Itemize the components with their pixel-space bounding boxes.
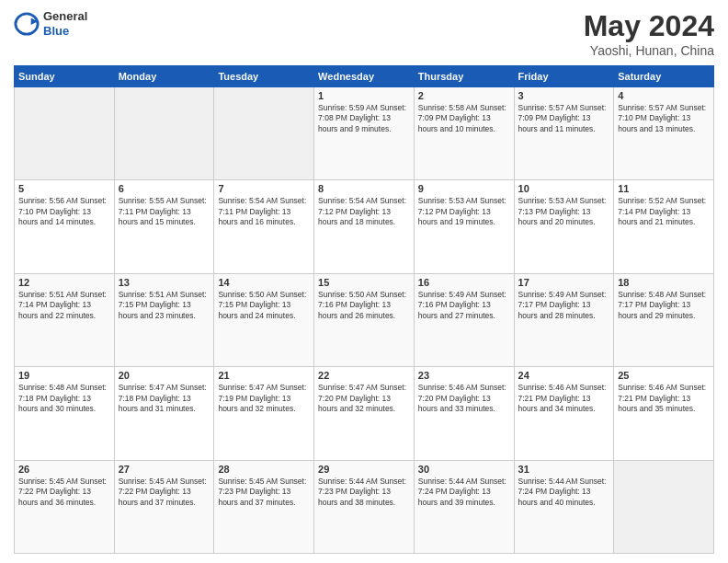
day-content: Sunrise: 5:47 AM Sunset: 7:18 PM Dayligh… — [119, 383, 210, 414]
calendar-cell: 2Sunrise: 5:58 AM Sunset: 7:09 PM Daylig… — [414, 87, 514, 180]
calendar-cell: 18Sunrise: 5:48 AM Sunset: 7:17 PM Dayli… — [614, 273, 714, 366]
day-content: Sunrise: 5:48 AM Sunset: 7:18 PM Dayligh… — [18, 383, 110, 414]
calendar-cell: 23Sunrise: 5:46 AM Sunset: 7:20 PM Dayli… — [414, 367, 514, 460]
calendar-cell: 26Sunrise: 5:45 AM Sunset: 7:22 PM Dayli… — [15, 460, 115, 553]
calendar-cell: 20Sunrise: 5:47 AM Sunset: 7:18 PM Dayli… — [114, 367, 214, 460]
day-number: 1 — [318, 90, 410, 101]
calendar-cell: 24Sunrise: 5:46 AM Sunset: 7:21 PM Dayli… — [514, 367, 614, 460]
day-number: 5 — [18, 183, 110, 194]
calendar: Sunday Monday Tuesday Wednesday Thursday… — [14, 65, 714, 554]
day-number: 22 — [318, 370, 410, 381]
subtitle: Yaoshi, Hunan, China — [584, 43, 714, 58]
day-number: 25 — [618, 370, 710, 381]
day-number: 4 — [618, 90, 710, 101]
day-number: 12 — [18, 277, 110, 288]
calendar-cell: 9Sunrise: 5:53 AM Sunset: 7:12 PM Daylig… — [414, 180, 514, 273]
col-friday: Friday — [514, 66, 614, 87]
day-number: 29 — [318, 464, 410, 475]
calendar-cell: 12Sunrise: 5:51 AM Sunset: 7:14 PM Dayli… — [15, 273, 115, 366]
calendar-week-1: 5Sunrise: 5:56 AM Sunset: 7:10 PM Daylig… — [15, 180, 714, 273]
day-content: Sunrise: 5:47 AM Sunset: 7:20 PM Dayligh… — [318, 383, 410, 414]
day-content: Sunrise: 5:50 AM Sunset: 7:16 PM Dayligh… — [318, 290, 410, 321]
calendar-cell: 7Sunrise: 5:54 AM Sunset: 7:11 PM Daylig… — [214, 180, 314, 273]
calendar-cell: 4Sunrise: 5:57 AM Sunset: 7:10 PM Daylig… — [614, 87, 714, 180]
calendar-cell: 13Sunrise: 5:51 AM Sunset: 7:15 PM Dayli… — [114, 273, 214, 366]
day-number: 19 — [18, 370, 110, 381]
calendar-cell: 16Sunrise: 5:49 AM Sunset: 7:16 PM Dayli… — [414, 273, 514, 366]
calendar-cell — [614, 460, 714, 553]
day-content: Sunrise: 5:46 AM Sunset: 7:21 PM Dayligh… — [618, 383, 710, 414]
col-saturday: Saturday — [614, 66, 714, 87]
day-content: Sunrise: 5:44 AM Sunset: 7:24 PM Dayligh… — [418, 477, 510, 508]
calendar-cell: 22Sunrise: 5:47 AM Sunset: 7:20 PM Dayli… — [314, 367, 415, 460]
header: General Blue May 2024 Yaoshi, Hunan, Chi… — [14, 9, 714, 58]
day-number: 24 — [518, 370, 610, 381]
day-content: Sunrise: 5:50 AM Sunset: 7:15 PM Dayligh… — [218, 290, 310, 321]
calendar-cell: 10Sunrise: 5:53 AM Sunset: 7:13 PM Dayli… — [514, 180, 614, 273]
calendar-cell — [214, 87, 314, 180]
calendar-cell: 29Sunrise: 5:44 AM Sunset: 7:23 PM Dayli… — [314, 460, 415, 553]
day-number: 7 — [218, 183, 310, 194]
day-number: 2 — [418, 90, 510, 101]
day-content: Sunrise: 5:54 AM Sunset: 7:12 PM Dayligh… — [318, 196, 410, 227]
day-content: Sunrise: 5:45 AM Sunset: 7:22 PM Dayligh… — [18, 477, 110, 508]
calendar-cell: 19Sunrise: 5:48 AM Sunset: 7:18 PM Dayli… — [15, 367, 115, 460]
calendar-week-2: 12Sunrise: 5:51 AM Sunset: 7:14 PM Dayli… — [15, 273, 714, 366]
day-content: Sunrise: 5:54 AM Sunset: 7:11 PM Dayligh… — [218, 196, 310, 227]
calendar-cell: 14Sunrise: 5:50 AM Sunset: 7:15 PM Dayli… — [214, 273, 314, 366]
day-content: Sunrise: 5:46 AM Sunset: 7:21 PM Dayligh… — [518, 383, 610, 414]
day-number: 11 — [618, 183, 710, 194]
day-number: 27 — [119, 464, 210, 475]
logo-blue-text: Blue — [43, 24, 87, 39]
day-content: Sunrise: 5:53 AM Sunset: 7:12 PM Dayligh… — [418, 196, 510, 227]
day-number: 31 — [518, 464, 610, 475]
col-thursday: Thursday — [414, 66, 514, 87]
day-content: Sunrise: 5:59 AM Sunset: 7:08 PM Dayligh… — [318, 103, 410, 134]
calendar-cell: 8Sunrise: 5:54 AM Sunset: 7:12 PM Daylig… — [314, 180, 415, 273]
day-number: 30 — [418, 464, 510, 475]
col-tuesday: Tuesday — [214, 66, 314, 87]
day-number: 28 — [218, 464, 310, 475]
calendar-cell: 27Sunrise: 5:45 AM Sunset: 7:22 PM Dayli… — [114, 460, 214, 553]
day-number: 23 — [418, 370, 510, 381]
calendar-cell: 21Sunrise: 5:47 AM Sunset: 7:19 PM Dayli… — [214, 367, 314, 460]
day-content: Sunrise: 5:58 AM Sunset: 7:09 PM Dayligh… — [418, 103, 510, 134]
title-block: May 2024 Yaoshi, Hunan, China — [584, 9, 714, 58]
day-number: 6 — [119, 183, 210, 194]
calendar-cell: 1Sunrise: 5:59 AM Sunset: 7:08 PM Daylig… — [314, 87, 415, 180]
logo-text: General Blue — [43, 9, 87, 38]
day-content: Sunrise: 5:49 AM Sunset: 7:17 PM Dayligh… — [518, 290, 610, 321]
calendar-cell: 25Sunrise: 5:46 AM Sunset: 7:21 PM Dayli… — [614, 367, 714, 460]
day-number: 13 — [119, 277, 210, 288]
day-content: Sunrise: 5:56 AM Sunset: 7:10 PM Dayligh… — [18, 196, 110, 227]
day-content: Sunrise: 5:44 AM Sunset: 7:24 PM Dayligh… — [518, 477, 610, 508]
day-number: 14 — [218, 277, 310, 288]
logo: General Blue — [14, 9, 87, 38]
calendar-cell: 6Sunrise: 5:55 AM Sunset: 7:11 PM Daylig… — [114, 180, 214, 273]
day-content: Sunrise: 5:57 AM Sunset: 7:09 PM Dayligh… — [518, 103, 610, 134]
calendar-week-0: 1Sunrise: 5:59 AM Sunset: 7:08 PM Daylig… — [15, 87, 714, 180]
calendar-week-3: 19Sunrise: 5:48 AM Sunset: 7:18 PM Dayli… — [15, 367, 714, 460]
day-content: Sunrise: 5:52 AM Sunset: 7:14 PM Dayligh… — [618, 196, 710, 227]
day-number: 9 — [418, 183, 510, 194]
day-content: Sunrise: 5:45 AM Sunset: 7:23 PM Dayligh… — [218, 477, 310, 508]
calendar-cell — [114, 87, 214, 180]
day-number: 20 — [119, 370, 210, 381]
day-content: Sunrise: 5:45 AM Sunset: 7:22 PM Dayligh… — [119, 477, 210, 508]
calendar-cell: 17Sunrise: 5:49 AM Sunset: 7:17 PM Dayli… — [514, 273, 614, 366]
page: General Blue May 2024 Yaoshi, Hunan, Chi… — [0, 0, 728, 563]
day-content: Sunrise: 5:57 AM Sunset: 7:10 PM Dayligh… — [618, 103, 710, 134]
logo-icon — [14, 11, 40, 37]
day-content: Sunrise: 5:55 AM Sunset: 7:11 PM Dayligh… — [119, 196, 210, 227]
day-content: Sunrise: 5:46 AM Sunset: 7:20 PM Dayligh… — [418, 383, 510, 414]
calendar-header: Sunday Monday Tuesday Wednesday Thursday… — [15, 66, 714, 87]
col-wednesday: Wednesday — [314, 66, 415, 87]
day-number: 8 — [318, 183, 410, 194]
weekday-row: Sunday Monday Tuesday Wednesday Thursday… — [15, 66, 714, 87]
calendar-cell: 3Sunrise: 5:57 AM Sunset: 7:09 PM Daylig… — [514, 87, 614, 180]
day-number: 3 — [518, 90, 610, 101]
day-content: Sunrise: 5:51 AM Sunset: 7:15 PM Dayligh… — [119, 290, 210, 321]
calendar-cell: 28Sunrise: 5:45 AM Sunset: 7:23 PM Dayli… — [214, 460, 314, 553]
calendar-cell: 31Sunrise: 5:44 AM Sunset: 7:24 PM Dayli… — [514, 460, 614, 553]
calendar-body: 1Sunrise: 5:59 AM Sunset: 7:08 PM Daylig… — [15, 87, 714, 554]
